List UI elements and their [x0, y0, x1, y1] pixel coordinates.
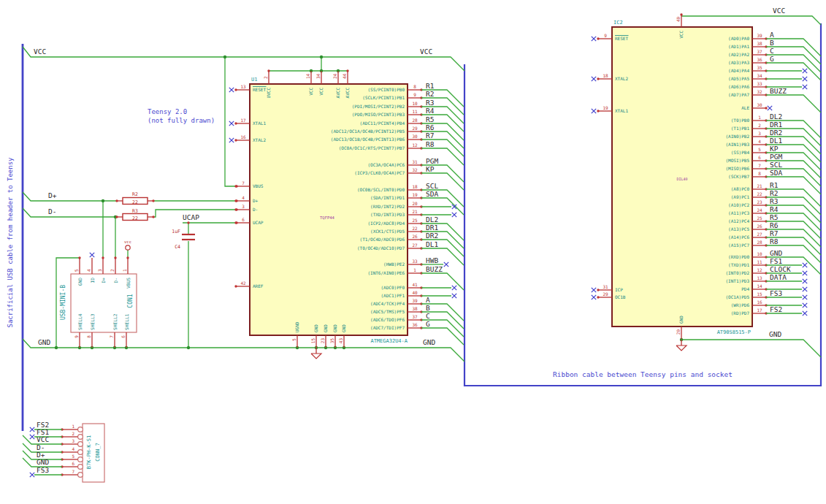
pin-name: OC1B: [615, 294, 626, 299]
net-label: D+: [48, 191, 57, 199]
pin-number: 37: [412, 314, 418, 319]
pin-number: 6: [72, 461, 74, 466]
junction-dot: [187, 346, 190, 349]
net-label: R2: [770, 189, 778, 197]
pin-number: 17: [757, 308, 762, 313]
pin-number: 18: [412, 184, 418, 189]
pin-end-dot: [765, 107, 767, 109]
net-label: DR1: [770, 121, 782, 129]
connector-pin-circle: [78, 457, 83, 462]
pin-number: 7: [109, 335, 114, 338]
pin-name: GND: [332, 324, 337, 332]
pin-name: GND: [313, 324, 318, 332]
teensy-note: Teensy 2.0: [148, 108, 187, 115]
junction-dot: [320, 56, 323, 58]
pin-number: 21: [757, 183, 762, 188]
pin-number: 4: [72, 446, 74, 451]
pin-name: (HWB)PE2: [383, 261, 405, 267]
connector-pin-circle: [78, 435, 83, 440]
pin-name: (ADC11/PCINT4)PB4: [360, 121, 405, 126]
pin-number: 35: [329, 338, 334, 344]
net-label: R4: [770, 205, 779, 213]
pin-name: (AIN1)PB3: [725, 142, 749, 147]
pin-name: (T0/OC4D/ADC10)PD7: [357, 245, 405, 251]
pin-name: (ADC4/TCK)PF4: [370, 301, 405, 306]
pin-name: (SS/PCINT0)PB0: [367, 87, 405, 92]
net-label: R7: [770, 229, 778, 237]
r3-value: 22: [132, 215, 138, 221]
pin-name: ALE: [741, 105, 749, 110]
schematic-page: vcc13RESET17XTAL116XTAL27VBUS4D+3D-6UCAP…: [0, 0, 826, 504]
pin-name: (A12)PC4: [728, 218, 749, 224]
pin-number: 6: [121, 335, 126, 338]
pin-name: (INT1)PD3: [725, 278, 749, 283]
pin-number: 34: [316, 73, 321, 79]
con1-value: USB-MINI-B: [60, 285, 66, 320]
u1-footprint: TQFP44: [320, 215, 335, 220]
net-label: PGM: [770, 153, 782, 161]
connector-pin-circle: [78, 473, 83, 478]
net-label: KP: [426, 165, 435, 173]
pin-name: AVCC: [335, 88, 340, 99]
pin-number: 11: [757, 259, 762, 264]
net-label: FS1: [770, 257, 782, 265]
wire: [766, 47, 821, 64]
pin-number: 34: [757, 73, 762, 78]
connector-pin-circle: [78, 450, 83, 455]
pin-name: (A13)PC5: [728, 226, 749, 232]
pin-number: 14: [305, 73, 310, 79]
pin-name: SHELL1: [124, 313, 129, 330]
pin-number: 2: [758, 123, 761, 128]
ground-symbol: [676, 345, 687, 351]
pin-name: ID: [90, 278, 95, 283]
vcc-power-symbol: [126, 245, 130, 250]
pin-end-dot: [234, 185, 237, 187]
pin-number: 25: [412, 218, 418, 223]
net-label: R6: [426, 123, 435, 131]
pin-number: 39: [412, 298, 418, 303]
pin-name: (T1/OC4D/ADC9)PD6: [360, 237, 405, 242]
pin-name: (TXD/INT3)PD3: [370, 212, 405, 217]
pin-name: (ADC6/TDO)PF6: [370, 317, 405, 322]
net-label: R1: [426, 82, 435, 90]
net-label: BUZZ: [770, 87, 787, 95]
junction-dot: [223, 56, 226, 58]
pin-name: VCC: [318, 88, 324, 96]
pin-number: 31: [603, 284, 608, 289]
pin-number: 30: [757, 102, 762, 107]
pin-number: 13: [240, 84, 246, 89]
net-label: R6: [770, 221, 779, 229]
pin-name: (ADC7/TDI)PF7: [370, 325, 405, 330]
con1-ref: CON1: [127, 294, 134, 308]
pin-number: 36: [412, 322, 418, 327]
pin-number: 40: [676, 16, 681, 22]
pin-number: 26: [757, 224, 762, 229]
pin-number: 11: [412, 109, 418, 114]
pin-number: 33: [757, 81, 762, 86]
pin-name: GND: [323, 324, 328, 332]
pin-name: RESET: [253, 87, 266, 92]
pin-name: GND: [77, 278, 83, 286]
pin-name: VCC: [678, 31, 684, 39]
pin-number: 36: [757, 57, 762, 62]
pin-name: XTAL1: [615, 108, 628, 113]
pin-number: 7: [242, 180, 245, 186]
pin-name: (ICP3/CLK0/OC4A)PC7: [354, 170, 405, 175]
ground-symbol: [311, 354, 321, 359]
pin-name: (SDA/INT1)PD1: [370, 195, 405, 200]
pin-name: (OC3A/OC4A)PC6: [367, 162, 405, 167]
net-label: G: [770, 55, 774, 63]
pin-number: 12: [757, 267, 762, 272]
pin-name: VBUS: [126, 278, 131, 289]
pin-name: (AD7)PA7: [728, 92, 749, 97]
net-label: DR2: [426, 232, 438, 240]
net-label: R5: [426, 115, 434, 123]
pin-number: 3: [72, 438, 74, 443]
pin-number: 39: [757, 33, 762, 38]
pin-number: 1: [413, 267, 416, 272]
pin-number: 10: [412, 101, 418, 106]
pin-name: (AD1)PA1: [728, 44, 749, 49]
net-label: PGM: [426, 157, 438, 165]
pin-name: (ADC12/OC1A/OC4B/PCINT12)PB5: [331, 129, 405, 134]
pin-name: D-: [113, 278, 118, 283]
